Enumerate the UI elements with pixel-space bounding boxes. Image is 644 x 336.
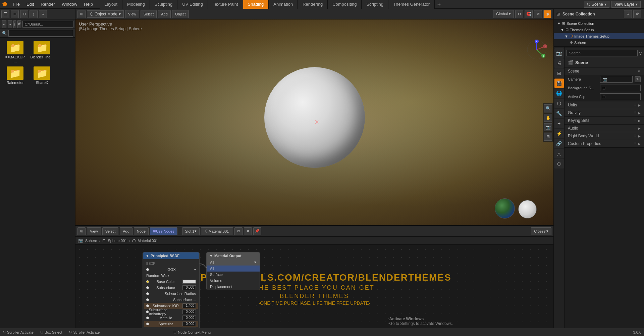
props-section-rigid-body-header[interactable]: Rigid Body World ⠿ ▶ — [565, 132, 644, 140]
scene-selector[interactable]: ⬡ Scene ▾ — [584, 1, 609, 8]
camera-value[interactable]: 📷 — [600, 76, 633, 83]
node-row-subsurface-anisotropy[interactable]: Subsurface ... — [144, 297, 198, 303]
value-subsurface-anisotropy[interactable]: 0.000 — [182, 309, 196, 314]
connection-dropdown[interactable]: All ▾ All Surface Volume Displacement — [207, 259, 260, 290]
value-subsurface[interactable]: 0.000 — [182, 285, 196, 290]
view-toggle-icons[interactable]: ⊟ — [20, 10, 28, 18]
refresh-btn[interactable]: ↺ — [17, 20, 21, 28]
material-selector[interactable]: ⬡ Material.001 — [201, 227, 233, 235]
workspace-uv-editing[interactable]: UV Editing — [177, 0, 208, 9]
principled-bsdf-node[interactable]: ▼ Principled BSDF BSDF GGX ▾ — [143, 252, 200, 336]
value-subsurface-ior[interactable]: 1.400 — [182, 303, 196, 308]
material-output-node[interactable]: ▼ Material Output All ▾ All Surface Volu… — [206, 252, 260, 290]
workspace-texture-paint[interactable]: Texture Paint — [208, 0, 243, 9]
view-menu-btn[interactable]: View — [125, 10, 139, 18]
activeclip-value[interactable]: ⊡ — [600, 93, 641, 100]
props-section-units-header[interactable]: Units ⠿ ▶ — [565, 101, 644, 109]
viewport-shading-btn[interactable]: ◑ — [543, 10, 551, 18]
proportional-btn[interactable]: ⊙ — [515, 10, 523, 18]
breadcrumb-material001[interactable]: Material.001 — [138, 239, 158, 243]
back-btn[interactable]: ← — [2, 20, 6, 28]
material-pin-btn[interactable]: 📌 — [253, 227, 261, 235]
workspace-scripting[interactable]: Scripting — [362, 0, 388, 9]
props-icon-particles[interactable]: ✦ — [554, 119, 564, 128]
viewport-gizmo[interactable]: Z Y X — [527, 40, 547, 60]
material-copy-btn[interactable]: ⧉ — [234, 227, 243, 235]
render-view-btn[interactable]: ⊞ — [544, 133, 552, 141]
slot-selector[interactable]: Slot 1 ▾ — [182, 227, 200, 235]
workspace-compositing[interactable]: Compositing — [328, 0, 362, 9]
outliner-sync-btn[interactable]: ⟳ — [633, 10, 641, 18]
props-icon-scene[interactable]: 🎬 — [554, 79, 564, 88]
interp-selector[interactable]: Closest ▾ — [531, 227, 551, 235]
node-view-btn[interactable]: View — [87, 227, 101, 235]
menu-file[interactable]: File — [9, 0, 23, 9]
dropdown-item-volume[interactable]: Volume — [207, 278, 260, 284]
props-icon-view-layer[interactable]: ⊞ — [554, 68, 564, 78]
props-section-scene-header[interactable]: Scene ▼ — [565, 67, 644, 75]
dropdown-item-surface[interactable]: Surface — [207, 272, 260, 278]
file-item-rainmeter[interactable]: 📁 Rainmeter — [3, 66, 27, 85]
filter-btn[interactable]: ▽ — [39, 10, 47, 18]
mode-selector[interactable]: ⬡ Object Mode ▾ — [87, 10, 124, 18]
overlay-btn[interactable]: ⊚ — [534, 10, 542, 18]
node-canvas[interactable]: FLIPPEDNORMALS.COM/CREATOR/BLENDERTHEMES… — [75, 245, 553, 336]
node-add-btn[interactable]: Add — [120, 227, 132, 235]
props-search-input[interactable] — [567, 50, 638, 56]
node-row-subsurface-anisotropy2[interactable]: Subsurface Anisotropy 0.000 — [144, 309, 198, 315]
menu-edit[interactable]: Edit — [23, 0, 37, 9]
node-row-subsurface[interactable]: Subsurface 0.000 — [144, 285, 198, 291]
props-icon-material[interactable]: ⬡ — [554, 159, 564, 169]
viewport-header-icon[interactable]: ⊞ — [77, 10, 86, 18]
add-workspace-button[interactable]: + — [435, 0, 443, 9]
path-input[interactable] — [22, 21, 73, 28]
add-menu-btn[interactable]: Add — [158, 10, 171, 18]
workspace-themes-generator[interactable]: Themes Generator — [388, 0, 435, 9]
pan-btn[interactable]: ✋ — [544, 114, 552, 122]
object-menu-btn[interactable]: Object — [172, 10, 189, 18]
view-layer-selector[interactable]: View Layer ▾ — [611, 1, 641, 8]
use-nodes-btn[interactable]: ⊞ Use Nodes — [150, 227, 177, 235]
workspace-modeling[interactable]: Modeling — [122, 0, 150, 9]
node-editor-icon[interactable]: ⊞ — [77, 227, 86, 235]
file-item-backup[interactable]: 📁 ==BACKUP ... — [3, 41, 27, 63]
props-icon-data[interactable]: △ — [554, 149, 564, 158]
props-section-gravity-header[interactable]: Gravity ⠿ ▶ — [565, 109, 644, 116]
breadcrumb-sphere[interactable]: Sphere — [85, 239, 97, 243]
node-row-subsurface-radius[interactable]: Subsurface Radius — [144, 291, 198, 297]
background-value[interactable]: ⊡ — [600, 85, 641, 91]
node-node-btn[interactable]: Node — [134, 227, 149, 235]
outliner-filter-btn[interactable]: ▽ — [624, 10, 632, 18]
workspace-layout[interactable]: Layout — [100, 0, 122, 9]
outliner-item-image-themes[interactable]: ▼ ⬡ Image Themes Setup — [554, 33, 644, 39]
props-icon-output[interactable]: 🖨 — [554, 58, 564, 68]
dropdown-header[interactable]: All ▾ — [207, 259, 260, 266]
workspace-rendering[interactable]: Rendering — [298, 0, 328, 9]
file-item-sharex[interactable]: 📁 ShareX — [30, 66, 54, 85]
zoom-in-btn[interactable]: 🔍 — [544, 104, 552, 112]
workspace-shading[interactable]: Shading — [243, 0, 269, 9]
dropdown-item-all[interactable]: All — [207, 266, 260, 272]
outliner-item-themes-setup[interactable]: ▼ ⊡ Themes Setup — [554, 27, 644, 33]
outliner-item-sphere[interactable]: ⊙ Sphere — [554, 39, 644, 46]
up-btn[interactable]: ↑ — [13, 20, 16, 28]
workspace-sculpting[interactable]: Sculpting — [150, 0, 177, 9]
value-metallic[interactable]: 0.000 — [182, 316, 196, 320]
props-icon-modifier[interactable]: 🔧 — [554, 109, 564, 118]
material-delete-btn[interactable]: ✕ — [244, 227, 252, 235]
view-toggle-grid[interactable]: ⊞ — [11, 10, 19, 18]
outliner-item-scene-collection[interactable]: ▼ ⊞ Scene Collection — [554, 20, 644, 27]
menu-render[interactable]: Render — [37, 0, 58, 9]
dropdown-ggx[interactable]: ▾ — [194, 268, 196, 272]
props-section-custom-props-header[interactable]: Custom Properties ⠿ ▶ — [565, 140, 644, 147]
node-row-base-color[interactable]: Base Color — [144, 279, 198, 285]
menu-window[interactable]: Window — [58, 0, 80, 9]
props-section-audio-header[interactable]: Audio ⠿ ▶ — [565, 125, 644, 132]
camera-view-btn[interactable]: 📷 — [544, 123, 552, 131]
props-icon-constraints[interactable]: 🔗 — [554, 139, 564, 148]
forward-btn[interactable]: → — [8, 20, 12, 28]
node-row-ggx[interactable]: GGX ▾ — [144, 267, 198, 273]
props-icon-physics[interactable]: ⚡ — [554, 129, 564, 138]
workspace-animation[interactable]: Animation — [269, 0, 298, 9]
props-icon-object[interactable]: ⬡ — [554, 99, 564, 108]
